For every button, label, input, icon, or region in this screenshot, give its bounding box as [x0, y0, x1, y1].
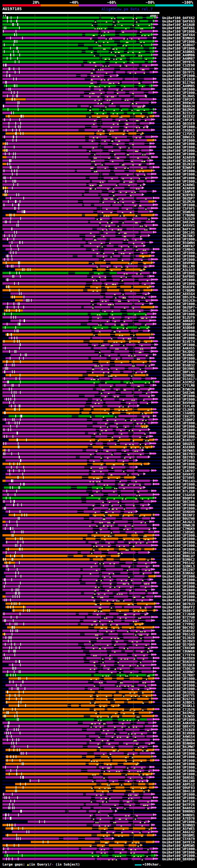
alignment-row[interactable]: UniRef100_B5VRR2 — [0, 353, 197, 356]
alignment-row[interactable]: UniRef100_A4X4V1 — [0, 223, 197, 227]
alignment-row[interactable]: UniRef100_B5H3F6 — [0, 285, 197, 288]
alignment-row[interactable]: UniRef100_B7Z7U0 — [0, 616, 197, 619]
alignment-row[interactable]: UniRef100_B7LZQ8 — [0, 489, 197, 493]
alignment-row[interactable]: UniRef100_Q63ZQ5 — [0, 690, 197, 694]
alignment-row[interactable]: UniRef100_Q939N5 — [0, 367, 197, 370]
alignment-row[interactable]: UniRef100_A5DRK5 — [0, 50, 197, 53]
alignment-row[interactable]: UniRef100_UPI000.. — [0, 282, 197, 285]
alignment-row[interactable]: UniRef100_A5FWE5 — [0, 827, 197, 830]
alignment-row[interactable]: UniRef100_UPI000.. — [0, 145, 197, 149]
alignment-row[interactable]: UniRef100_UPI000.. — [0, 793, 197, 796]
alignment-row[interactable]: UniRef100_UPI000.. — [0, 769, 197, 772]
alignment-row[interactable]: UniRef100_O13028 — [0, 636, 197, 639]
alignment-row[interactable]: UniRef100_A4WS54 — [0, 735, 197, 738]
alignment-row[interactable]: UniRef100_C1YUC1 — [0, 132, 197, 135]
alignment-row[interactable]: UniRef100_C5DHP2 — [0, 418, 197, 421]
alignment-row[interactable]: UniRef100_B5N398 — [0, 660, 197, 663]
alignment-row[interactable]: UniRef100_UPI000.. — [0, 585, 197, 588]
alignment-row[interactable]: UniRef100_B0CYD2 — [0, 626, 197, 629]
alignment-row[interactable]: UniRef100_C7J660 — [0, 612, 197, 616]
alignment-row[interactable]: UniRef100_UPI000.. — [0, 30, 197, 33]
alignment-row[interactable]: UniRef100_C0PJF1 — [0, 118, 197, 121]
alignment-row[interactable]: UniRef100_UPI000.. — [0, 762, 197, 766]
alignment-row[interactable]: UniRef100_UPI000.. — [0, 356, 197, 360]
alignment-row[interactable]: UniRef100_Q57Q69 — [0, 643, 197, 646]
alignment-row[interactable]: UniRef100_UPI000.. — [0, 46, 197, 50]
alignment-row[interactable]: UniRef100_Q6ZQP7-2 — [0, 305, 197, 309]
alignment-row[interactable]: UniRef100_C5G458 — [0, 493, 197, 496]
alignment-row[interactable]: UniRef100_P05142 — [0, 561, 197, 564]
alignment-row[interactable]: UniRef100_C5F9F5 — [0, 207, 197, 210]
alignment-row[interactable]: UniRef100_B4V9Q0 — [0, 401, 197, 404]
alignment-row[interactable]: UniRef100_UPI000.. — [0, 677, 197, 680]
alignment-row[interactable]: UniRef100_UPI000.. — [0, 258, 197, 261]
alignment-row[interactable]: UniRef100_C7J576 — [0, 708, 197, 711]
alignment-row[interactable]: UniRef100_C9SDG3 — [0, 128, 197, 132]
alignment-row[interactable]: UniRef100_Q52KI8-2 — [0, 159, 197, 162]
alignment-row[interactable]: UniRef100_B4TDX9 — [0, 656, 197, 660]
alignment-row[interactable]: UniRef100_Q8UZE1 — [0, 442, 197, 445]
alignment-row[interactable]: UniRef100_UPI000.. — [0, 820, 197, 823]
alignment-row[interactable]: UniRef100_B1VHX6 — [0, 731, 197, 735]
alignment-row[interactable]: UniRef100_UPI000.. — [0, 595, 197, 598]
alignment-row[interactable]: UniRef100_UPI000.. — [0, 254, 197, 258]
alignment-row[interactable]: UniRef100_B4T1G6 — [0, 799, 197, 803]
alignment-row[interactable]: UniRef100_Q4YEI4 — [0, 840, 197, 844]
alignment-row[interactable]: UniRef100_A8IEX2 — [0, 115, 197, 118]
alignment-row[interactable]: UniRef100_C9JS29 — [0, 217, 197, 220]
alignment-row[interactable]: UniRef100_UPI000.. — [0, 684, 197, 687]
alignment-row[interactable]: UniRef100_Q4FX63 — [0, 20, 197, 23]
alignment-row[interactable]: UniRef100_B4A954 — [0, 806, 197, 809]
alignment-row[interactable]: UniRef100_UPI000.. — [0, 772, 197, 776]
alignment-row[interactable]: UniRef100_B8INF2 — [0, 513, 197, 517]
alignment-row[interactable]: UniRef100_A8JGC3 — [0, 520, 197, 523]
alignment-row[interactable]: UniRef100_Q9UF83 — [0, 786, 197, 789]
alignment-row[interactable]: UniRef100_B4FYJ4 — [0, 227, 197, 230]
alignment-row[interactable]: UniRef100_Q5JN45 — [0, 94, 197, 98]
alignment-row[interactable]: UniRef100_C6AM76 — [0, 190, 197, 193]
alignment-row[interactable]: UniRef100_UPI000.. — [0, 718, 197, 721]
alignment-row[interactable]: UniRef100_UPI000.. — [0, 302, 197, 305]
alignment-row[interactable]: UniRef100_Q4V7Y5 — [0, 694, 197, 697]
alignment-row[interactable]: UniRef100_UPI000.. — [0, 680, 197, 684]
alignment-row[interactable]: UniRef100_B2RYB3 — [0, 193, 197, 196]
alignment-row[interactable]: UniRef100_UPI000.. — [0, 759, 197, 762]
alignment-row[interactable]: UniRef100_UPI000.. — [0, 312, 197, 316]
alignment-row[interactable]: UniRef100_A8X5G4 — [0, 292, 197, 295]
alignment-row[interactable]: UniRef100_UPI000.. — [0, 428, 197, 431]
alignment-row[interactable]: UniRef100_Q0FLN4 — [0, 370, 197, 373]
alignment-row[interactable]: UniRef100_B9Q6P7 — [0, 322, 197, 326]
alignment-row[interactable]: UniRef100_Q8GFF2 — [0, 606, 197, 609]
alignment-row[interactable]: UniRef100_UPI000.. — [0, 360, 197, 363]
alignment-row[interactable]: UniRef100_A5DD47 — [0, 43, 197, 46]
alignment-row[interactable]: UniRef100_A2A8W1 — [0, 183, 197, 186]
alignment-row[interactable]: UniRef100_UPI000.. — [0, 88, 197, 91]
alignment-row[interactable]: UniRef100_Q6C1W8 — [0, 779, 197, 782]
alignment-row[interactable]: UniRef100_UPI000.. — [0, 462, 197, 466]
alignment-row[interactable]: UniRef100_UPI000.. — [0, 578, 197, 581]
alignment-row[interactable]: UniRef100_A8MSW5 — [0, 844, 197, 847]
alignment-row[interactable]: UniRef100_C9XCW0 — [0, 646, 197, 649]
alignment-row[interactable]: UniRef100_A9RYA7 — [0, 244, 197, 248]
alignment-row[interactable]: UniRef100_C7TEY4 — [0, 653, 197, 656]
alignment-row[interactable]: UniRef100_B9RLU7 — [0, 554, 197, 558]
alignment-row[interactable]: UniRef100_O15417-2 — [0, 377, 197, 380]
alignment-row[interactable]: UniRef100_A8P512 — [0, 782, 197, 786]
alignment-row[interactable]: UniRef100_B6TRK7 — [0, 234, 197, 238]
alignment-row[interactable]: UniRef100_Q4FX61 — [0, 26, 197, 30]
alignment-row[interactable]: UniRef100_Q6N5Q1 — [0, 776, 197, 779]
alignment-row[interactable]: UniRef100_C5C8Z8 — [0, 728, 197, 731]
alignment-row[interactable]: UniRef100_P05143-2 — [0, 479, 197, 483]
alignment-row[interactable]: UniRef100_UPI000.. — [0, 486, 197, 489]
alignment-row[interactable]: UniRef100_UPI000.. — [0, 503, 197, 506]
alignment-row[interactable]: UniRef100_UPI000.. — [0, 544, 197, 547]
alignment-row[interactable]: UniRef100_A3CM52 — [0, 380, 197, 384]
alignment-row[interactable]: UniRef100_Q4E2W4 — [0, 220, 197, 223]
alignment-row[interactable]: UniRef100_A3LS13 — [0, 268, 197, 271]
alignment-row[interactable]: UniRef100_UPI000.. — [0, 537, 197, 540]
alignment-row[interactable]: UniRef100_UPI000.. — [0, 333, 197, 336]
alignment-row[interactable]: UniRef100_UPI000.. — [0, 343, 197, 346]
alignment-row[interactable]: UniRef100_C7BGM9 — [0, 288, 197, 292]
alignment-row[interactable]: UniRef100_Q8VPN0 — [0, 261, 197, 265]
alignment-row[interactable]: UniRef100_Q55QC8 — [0, 663, 197, 666]
